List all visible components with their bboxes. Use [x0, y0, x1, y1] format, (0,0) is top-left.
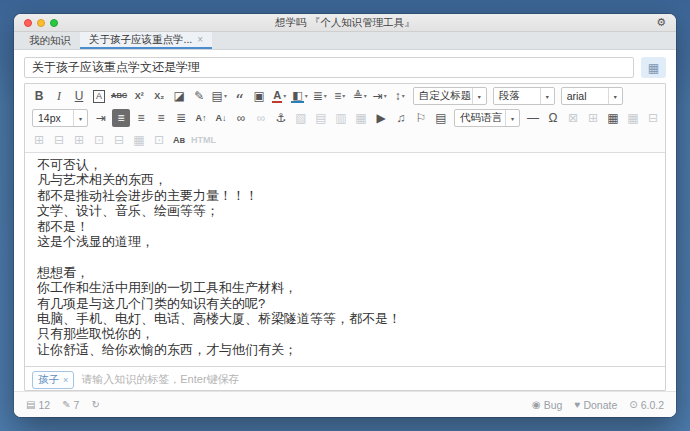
- font-color-button[interactable]: A▾: [270, 87, 288, 105]
- tag-remove-icon[interactable]: ×: [63, 375, 68, 385]
- edits-count-text: 7: [74, 399, 80, 411]
- merge-down-button: ⊞: [70, 131, 88, 149]
- notes-count: ▤12: [26, 399, 50, 411]
- note-title-input[interactable]: [24, 57, 634, 78]
- paste-button[interactable]: ▣: [250, 87, 268, 105]
- align-right-button[interactable]: ≡: [152, 109, 170, 127]
- image-align-right-icon: ▥: [335, 112, 346, 124]
- insert-table-button[interactable]: ▦: [604, 109, 622, 127]
- decrease-font-size-icon: A↓: [216, 114, 227, 123]
- edits-count-icon: ✎: [62, 399, 70, 410]
- strikethrough-button[interactable]: ABC: [110, 87, 128, 105]
- superscript-button[interactable]: X²: [130, 87, 148, 105]
- paragraph-style-icon: ▤: [212, 90, 223, 102]
- blockquote-button[interactable]: “: [230, 87, 248, 105]
- format-painter-button[interactable]: ✎: [190, 87, 208, 105]
- decrease-font-size-button[interactable]: A↓: [212, 109, 230, 127]
- bug-link[interactable]: ◉Bug: [532, 399, 562, 411]
- donate-link[interactable]: ♥Donate: [574, 399, 617, 411]
- tag-input[interactable]: [81, 373, 658, 385]
- insert-row-icon: ⊟: [648, 112, 658, 124]
- insert-location-icon: ⚐: [416, 112, 427, 124]
- italic-icon: I: [57, 90, 61, 102]
- horizontal-rule-button[interactable]: —: [524, 109, 542, 127]
- chevron-down-icon: ▾: [224, 93, 227, 99]
- case-toggle-icon: Aʙ: [173, 136, 185, 145]
- status-counts: ▤12✎7↻: [26, 399, 100, 411]
- insert-music-button[interactable]: ♫: [392, 109, 410, 127]
- chevron-down-icon[interactable]: ▾: [505, 110, 519, 126]
- merge-cells-icon: ⊠: [568, 112, 578, 124]
- remove-link-button: ∞: [252, 109, 270, 127]
- editor-toolbar: BIUAABCX²X₂◪✎▤▾“▣A▾◧▾≣▾≡▾≜▾⇥▾↕▾自定义标题▾段落▾…: [25, 84, 665, 153]
- code-language-select-value: 代码语言: [455, 111, 505, 125]
- first-line-indent-icon: ⇥: [96, 112, 106, 124]
- anchor-button[interactable]: ⚓: [272, 109, 290, 127]
- tab-my-knowledge[interactable]: 我的知识: [20, 32, 80, 49]
- increase-font-size-button[interactable]: A↑: [192, 109, 210, 127]
- image-align-left-button: ▧: [292, 109, 310, 127]
- indent-button[interactable]: ⇥▾: [371, 87, 389, 105]
- delete-table-icon: ▦: [627, 112, 638, 124]
- heading-style-select[interactable]: 自定义标题▾: [413, 87, 487, 105]
- chevron-down-icon[interactable]: ▾: [540, 88, 554, 104]
- editor-line: 你工作和生活中用到的一切工具和生产材料，: [37, 280, 653, 295]
- case-toggle-button[interactable]: Aʙ: [170, 131, 188, 149]
- char-border-button[interactable]: A: [90, 87, 108, 105]
- bold-button[interactable]: B: [30, 87, 48, 105]
- insert-video-button[interactable]: ▶: [372, 109, 390, 127]
- background-color-icon: ◧: [291, 90, 303, 103]
- font-family-select[interactable]: arial▾: [561, 87, 623, 105]
- editor-line: 有几项是与这几个门类的知识有关的呢?: [37, 296, 653, 311]
- paragraph-style-button[interactable]: ▤▾: [210, 87, 228, 105]
- editor-line: 电脑、手机、电灯、电话、高楼大厦、桥梁隧道等等，都不是！: [37, 311, 653, 326]
- underline-button[interactable]: U: [70, 87, 88, 105]
- unordered-list-button[interactable]: ≡▾: [331, 87, 349, 105]
- bug-link-text: Bug: [544, 399, 563, 411]
- image-align-center-icon: ▤: [315, 112, 326, 124]
- ordered-list-button[interactable]: ≣▾: [311, 87, 329, 105]
- paragraph-format-select-value: 段落: [494, 89, 540, 103]
- code-language-select[interactable]: 代码语言▾: [454, 109, 520, 127]
- tag-chip[interactable]: 孩子×: [32, 371, 74, 389]
- clear-format-icon: ◪: [174, 90, 185, 102]
- subscript-button[interactable]: X₂: [150, 87, 168, 105]
- insert-document-icon: ▤: [435, 112, 446, 124]
- clear-format-button[interactable]: ◪: [170, 87, 188, 105]
- insert-link-button[interactable]: ∞: [232, 109, 250, 127]
- chevron-down-icon[interactable]: ▾: [472, 88, 486, 104]
- insert-location-button[interactable]: ⚐: [412, 109, 430, 127]
- special-character-button[interactable]: Ω: [544, 109, 562, 127]
- sync-refresh[interactable]: ↻: [91, 399, 99, 410]
- tab-bar: 我的知识 关于孩子应该重点学... ×: [14, 32, 676, 50]
- first-line-indent-button[interactable]: ⇥: [92, 109, 110, 127]
- paragraph-format-select[interactable]: 段落▾: [493, 87, 555, 105]
- editor-content-area[interactable]: 不可否认，凡与艺术相关的东西，都不是推动社会进步的主要力量！！！文学、设计、音乐…: [25, 153, 665, 366]
- chevron-down-icon[interactable]: ▾: [73, 110, 87, 126]
- background-color-button[interactable]: ◧▾: [290, 87, 308, 105]
- special-character-icon: Ω: [549, 112, 558, 124]
- tab-close-icon[interactable]: ×: [197, 35, 203, 45]
- chevron-down-icon[interactable]: ▾: [608, 88, 622, 104]
- align-justify-button[interactable]: ≣: [172, 109, 190, 127]
- font-size-select[interactable]: 14px▾: [32, 109, 88, 127]
- table-header-toggle-button: ⊞: [30, 131, 48, 149]
- anchor-icon: ⚓: [276, 112, 287, 124]
- line-height-button[interactable]: ↕▾: [391, 87, 409, 105]
- settings-gear-icon[interactable]: ⚙: [656, 17, 666, 28]
- superscript-icon: X²: [135, 92, 144, 101]
- align-center-button[interactable]: ≡: [132, 109, 150, 127]
- italic-button[interactable]: I: [50, 87, 68, 105]
- tag-label: 孩子: [38, 373, 59, 387]
- editor-line: 这是个浅显的道理，: [37, 234, 653, 249]
- font-size-select-value: 14px: [33, 112, 73, 124]
- insert-document-button[interactable]: ▤: [432, 109, 450, 127]
- paragraph-spacing-button[interactable]: ≜▾: [351, 87, 369, 105]
- title-bar: 想学吗 『个人知识管理工具』 ⚙: [14, 14, 676, 32]
- export-note-button[interactable]: ▦: [641, 57, 666, 78]
- tab-current-note[interactable]: 关于孩子应该重点学... ×: [80, 32, 212, 49]
- tab-label: 关于孩子应该重点学...: [89, 33, 192, 47]
- chevron-down-icon: ▾: [342, 93, 345, 99]
- align-left-button[interactable]: ≡: [112, 109, 130, 127]
- image-block-button: ▦: [352, 109, 370, 127]
